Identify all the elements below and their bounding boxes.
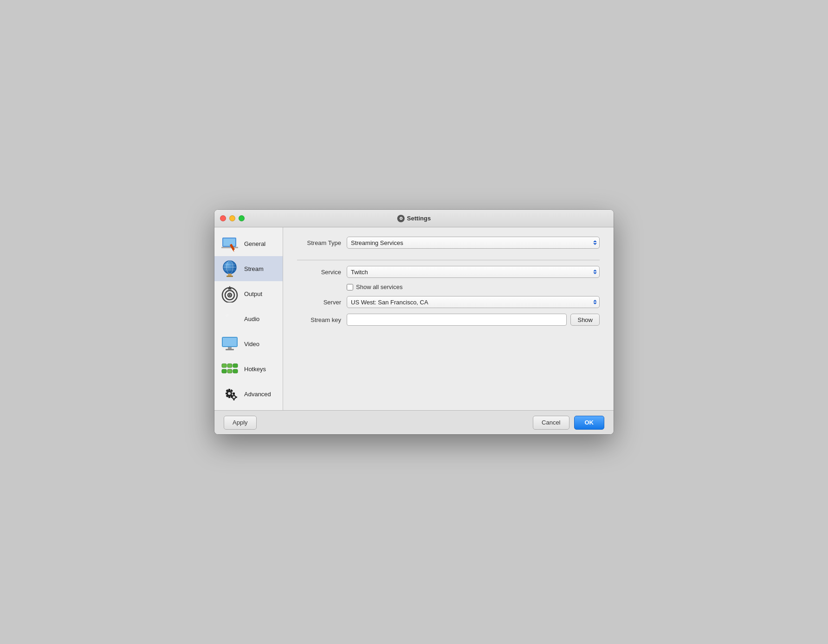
stream-key-label: Stream key [297,316,341,323]
server-select[interactable]: US West: San Francisco, CA US East: New … [347,296,600,308]
svg-rect-47 [235,397,237,398]
svg-rect-46 [231,397,233,398]
sidebar-item-audio-label: Audio [244,316,259,322]
sidebar-item-advanced-label: Advanced [244,391,271,398]
output-icon [220,284,239,303]
video-icon [220,334,239,354]
svg-rect-45 [233,399,235,400]
show-all-services-checkbox[interactable] [347,284,353,290]
svg-point-21 [225,314,229,317]
svg-rect-31 [233,369,238,373]
right-buttons: Cancel OK [533,416,604,430]
maximize-button[interactable] [239,215,245,221]
stream-type-row: Stream Type Streaming Services Custom St… [297,237,600,249]
svg-rect-25 [226,349,234,350]
sidebar-item-general[interactable]: General [214,231,283,256]
sidebar-item-audio[interactable]: Audio [214,306,283,331]
stream-key-input[interactable] [347,314,567,326]
advanced-icon [220,384,239,404]
show-stream-key-button[interactable]: Show [570,314,600,326]
sidebar-item-stream-label: Stream [244,265,264,272]
service-row: Service Twitch YouTube Facebook Live Mix… [297,266,600,278]
sidebar-item-video[interactable]: Video [214,331,283,356]
server-row: Server US West: San Francisco, CA US Eas… [297,296,600,308]
cancel-button[interactable]: Cancel [533,416,569,430]
svg-rect-34 [228,389,230,391]
svg-rect-35 [228,396,230,398]
server-label: Server [297,299,341,306]
svg-rect-27 [227,364,232,367]
sidebar: General [214,227,283,410]
service-label: Service [297,269,341,276]
content-area: Stream Type Streaming Services Custom St… [283,227,614,410]
sidebar-item-output-label: Output [244,290,262,297]
stream-type-select[interactable]: Streaming Services Custom Streaming Serv… [347,237,600,249]
svg-marker-4 [233,250,235,252]
close-button[interactable] [220,215,226,221]
divider-1 [297,260,600,260]
svg-rect-29 [222,369,226,373]
svg-point-15 [229,294,231,296]
hotkeys-icon [220,359,239,379]
service-control-wrap: Twitch YouTube Facebook Live Mixer [347,266,600,278]
svg-rect-11 [226,276,233,277]
show-all-services-row: Show all services [347,283,600,290]
sidebar-item-advanced[interactable]: Advanced [214,381,283,406]
stream-key-row: Stream key Show [297,314,600,326]
svg-point-43 [233,396,235,399]
window-body: General [214,227,614,410]
svg-rect-2 [221,247,238,248]
sidebar-item-general-label: General [244,240,265,247]
svg-rect-30 [227,369,232,373]
minimize-button[interactable] [229,215,235,221]
server-control-wrap: US West: San Francisco, CA US East: New … [347,296,600,308]
svg-rect-26 [222,364,226,367]
titlebar: ⚙ Settings [214,210,614,227]
stream-key-input-row: Show [347,314,600,326]
sidebar-item-hotkeys-label: Hotkeys [244,366,266,373]
sidebar-item-output[interactable]: Output [214,281,283,306]
stream-type-label: Stream Type [297,239,341,246]
bottom-bar: Apply Cancel OK [214,410,614,434]
general-icon [220,234,239,253]
svg-rect-28 [233,364,238,367]
app-icon: ⚙ [397,215,405,222]
apply-button[interactable]: Apply [224,416,257,430]
svg-rect-1 [223,238,235,246]
sidebar-item-video-label: Video [244,341,259,348]
stream-type-control-wrap: Streaming Services Custom Streaming Serv… [347,237,600,249]
audio-icon [220,309,239,328]
sidebar-item-hotkeys[interactable]: Hotkeys [214,356,283,381]
svg-point-33 [228,392,231,395]
window-title: ⚙ Settings [397,215,431,222]
settings-window: ⚙ Settings [214,210,614,434]
stream-icon [220,259,239,278]
traffic-lights [220,215,245,221]
sidebar-item-stream[interactable]: Stream [214,256,283,281]
svg-rect-23 [223,338,237,346]
ok-button[interactable]: OK [574,416,605,430]
svg-rect-36 [226,393,228,394]
service-select[interactable]: Twitch YouTube Facebook Live Mixer [347,266,600,278]
show-all-services-label: Show all services [356,283,402,290]
svg-rect-44 [233,394,235,396]
